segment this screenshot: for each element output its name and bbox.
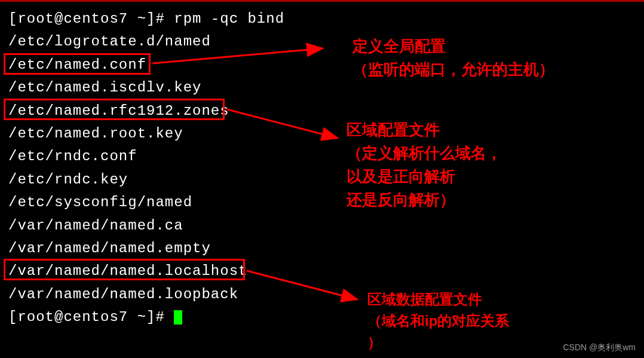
annotation-text: 区域数据配置文件: [367, 289, 509, 310]
terminal-line: /etc/rndc.conf: [8, 145, 636, 168]
annotation-text: （定义解析什么域名，: [346, 142, 502, 165]
annotation-text: （域名和ip的对应关系: [367, 310, 509, 332]
terminal-line: /etc/sysconfig/named: [8, 191, 636, 214]
terminal-line: /var/named/named.loopback: [8, 283, 636, 306]
terminal-line: /etc/named.rfc1912.zones: [8, 100, 636, 123]
terminal-line: [root@centos7 ~]# rpm -qc bind: [8, 8, 636, 30]
annotation-global-config: 定义全局配置 （监听的端口，允许的主机）: [352, 35, 554, 81]
watermark-text: CSDN @奥利奥wm: [563, 342, 636, 353]
annotation-text: 区域配置文件: [346, 118, 502, 142]
annotation-zone-data: 区域数据配置文件 （域名和ip的对应关系 ）: [367, 289, 509, 353]
annotation-text: （监听的端口，允许的主机）: [352, 58, 554, 81]
terminal-line: /etc/named.root.key: [8, 123, 636, 145]
annotation-text: 定义全局配置: [352, 35, 554, 58]
terminal-line: /etc/rndc.key: [8, 169, 636, 191]
cursor-block: [174, 310, 182, 325]
annotation-zone-config: 区域配置文件 （定义解析什么域名， 以及是正向解析 还是反向解析）: [346, 118, 502, 212]
annotation-text: 以及是正向解析: [346, 165, 502, 188]
annotation-text: 还是反向解析）: [346, 188, 502, 212]
terminal-line: /var/named/named.empty: [8, 237, 636, 260]
terminal-line: /var/named/named.ca: [8, 215, 636, 237]
terminal-prompt[interactable]: [root@centos7 ~]#: [8, 306, 636, 329]
terminal-line: /var/named/named.localhost: [8, 260, 636, 283]
annotation-text: ）: [367, 332, 509, 353]
prompt-text: [root@centos7 ~]#: [8, 309, 174, 325]
